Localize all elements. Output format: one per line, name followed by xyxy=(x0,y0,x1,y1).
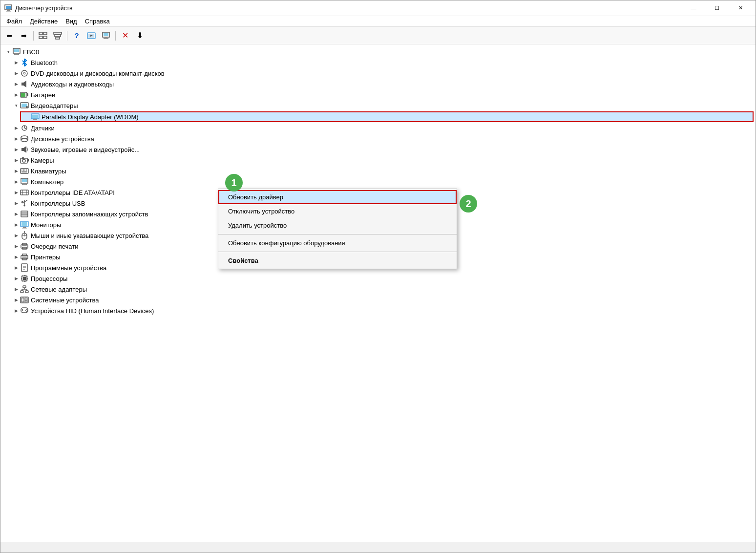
disks-label: Дисковые устройства xyxy=(31,135,94,143)
minimize-button[interactable]: — xyxy=(682,0,705,16)
tree-item-bluetooth[interactable]: ▶ Bluetooth xyxy=(0,57,756,68)
svg-marker-46 xyxy=(27,158,29,162)
svg-rect-20 xyxy=(15,53,18,54)
hid-label: Устройства HID (Human Interface Devices) xyxy=(31,307,154,315)
tree-item-parallels[interactable]: ▶ Parallels Display Adapter (WDDM) xyxy=(20,111,754,122)
keyboards-label: Клавиатуры xyxy=(31,168,66,175)
dvd-label: DVD-дисководы и дисководы компакт-дисков xyxy=(31,70,165,77)
ide-icon xyxy=(20,188,29,197)
printers-label: Принтеры xyxy=(31,254,61,261)
forward-button[interactable]: ➡ xyxy=(17,29,31,42)
storage-icon xyxy=(20,210,29,218)
computer-icon-button[interactable] xyxy=(99,29,113,42)
context-disable-device[interactable]: Отключить устройство xyxy=(218,204,457,218)
svg-rect-6 xyxy=(39,36,42,39)
svg-rect-105 xyxy=(25,291,28,293)
svg-rect-17 xyxy=(104,38,108,39)
toolbar-sep-1 xyxy=(33,31,34,41)
tree-item-computer[interactable]: ▶ Компьютер xyxy=(0,176,756,187)
content-area: ▾ FBC0 ▶ xyxy=(0,44,756,542)
tree-item-keyboards[interactable]: ▶ Клавиатуры xyxy=(0,166,756,176)
svg-rect-53 xyxy=(21,171,27,172)
tree-item-sound[interactable]: ▶ Звуковые, игровые и видеоустройс... xyxy=(0,144,756,155)
delete-button[interactable]: ✕ xyxy=(118,29,132,42)
tree-item-cpu[interactable]: ▶ xyxy=(0,273,756,284)
tree-item-video[interactable]: ▾ Видеоадаптеры xyxy=(0,100,756,111)
context-menu-separator-2 xyxy=(218,252,457,252)
toolbar: ⬅ ➡ ? xyxy=(0,27,756,44)
print-queue-icon xyxy=(20,242,29,251)
computer-tree-icon xyxy=(12,47,21,56)
show-connections-button[interactable] xyxy=(51,29,64,42)
svg-rect-65 xyxy=(26,200,27,201)
svg-point-117 xyxy=(26,309,27,310)
svg-rect-49 xyxy=(21,170,22,170)
sensors-label: Датчики xyxy=(31,125,55,132)
battery-toggle[interactable]: ▶ xyxy=(12,91,20,99)
svg-point-118 xyxy=(25,310,26,311)
computer-icon2 xyxy=(20,177,29,186)
network-label: Сетевые адаптеры xyxy=(31,286,87,293)
video-toggle[interactable]: ▾ xyxy=(12,102,20,109)
svg-rect-33 xyxy=(32,115,38,118)
menu-file[interactable]: Файл xyxy=(2,17,26,26)
tree-item-hid[interactable]: ▶ Устройства HID (Human Interface Device… xyxy=(0,305,756,316)
toolbar-sep-3 xyxy=(115,31,116,41)
help-button[interactable]: ? xyxy=(70,29,84,42)
tree-item-battery[interactable]: ▶ Батареи xyxy=(0,89,756,100)
tree-item-disks[interactable]: ▶ Дисковые устройства xyxy=(0,133,756,144)
bluetooth-toggle[interactable]: ▶ xyxy=(12,59,20,66)
audio-toggle[interactable]: ▶ xyxy=(12,80,20,88)
tree-item-sensors[interactable]: ▶ Датчики xyxy=(0,123,756,133)
menu-action[interactable]: Действие xyxy=(26,17,62,26)
download-button[interactable]: ⬇ xyxy=(133,29,147,42)
maximize-button[interactable]: ☐ xyxy=(706,0,728,16)
svg-line-37 xyxy=(24,128,26,128)
svg-rect-3 xyxy=(6,11,11,12)
context-properties[interactable]: Свойства xyxy=(218,254,457,268)
context-update-driver[interactable]: Обновить драйвер xyxy=(218,190,457,204)
svg-rect-70 xyxy=(21,215,28,217)
sound-icon xyxy=(20,145,29,154)
toolbar-sep-2 xyxy=(67,31,67,41)
context-delete-device[interactable]: Удалить устройство xyxy=(218,218,457,233)
close-button[interactable]: ✕ xyxy=(729,0,752,16)
svg-rect-72 xyxy=(21,222,27,226)
software-label: Программные устройства xyxy=(31,264,106,272)
menu-view[interactable]: Вид xyxy=(62,17,81,26)
tree-root[interactable]: ▾ FBC0 xyxy=(0,46,756,57)
network-icon xyxy=(20,285,29,294)
dvd-toggle[interactable]: ▶ xyxy=(12,69,20,77)
svg-rect-10 xyxy=(56,37,60,39)
back-button[interactable]: ⬅ xyxy=(2,29,16,42)
print-queue-label: Очереди печати xyxy=(31,243,79,250)
update-driver-button[interactable] xyxy=(84,29,98,42)
keyboards-icon xyxy=(20,167,29,175)
video-icon xyxy=(20,101,29,110)
svg-rect-21 xyxy=(14,54,19,55)
menu-help[interactable]: Справка xyxy=(81,17,114,26)
svg-rect-7 xyxy=(43,36,47,39)
svg-rect-51 xyxy=(24,170,25,170)
tree-item-dvd[interactable]: ▶ DVD-дисководы и дисководы компакт-диск… xyxy=(0,68,756,79)
svg-rect-16 xyxy=(105,37,107,38)
tree-item-system[interactable]: ▶ Системные устройства xyxy=(0,295,756,305)
audio-label: Аудиовходы и аудиовыходы xyxy=(31,81,114,88)
usb-label: Контроллеры USB xyxy=(31,200,85,207)
svg-rect-27 xyxy=(27,93,28,96)
context-update-config[interactable]: Обновить конфигурацию оборудования xyxy=(218,236,457,250)
root-toggle[interactable]: ▾ xyxy=(4,48,12,56)
device-manager-window: Диспетчер устройств — ☐ ✕ Файл Действие … xyxy=(0,0,756,553)
svg-point-31 xyxy=(26,106,28,108)
battery-label: Батареи xyxy=(31,91,55,99)
parallels-icon xyxy=(31,112,40,121)
svg-rect-15 xyxy=(104,33,108,36)
title-bar: Диспетчер устройств — ☐ ✕ xyxy=(0,0,756,16)
svg-rect-57 xyxy=(22,184,27,185)
svg-point-119 xyxy=(26,311,27,312)
show-devices-button[interactable] xyxy=(36,29,50,42)
tree-item-audio[interactable]: ▶ Аудиовходы и аудиовыходы xyxy=(0,79,756,89)
svg-marker-43 xyxy=(23,146,26,153)
tree-item-cameras[interactable]: ▶ Камеры xyxy=(0,155,756,166)
tree-item-network[interactable]: ▶ Сетевые адаптеры xyxy=(0,284,756,295)
